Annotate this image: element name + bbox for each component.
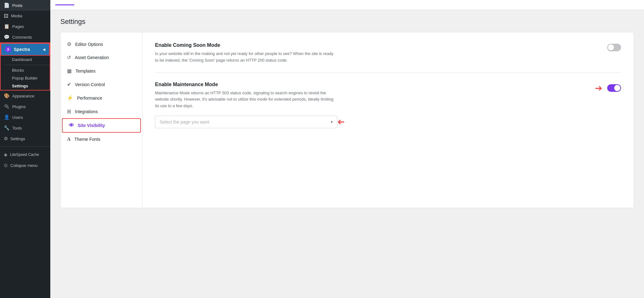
- nav-item-version-control[interactable]: ✔ Version Control: [61, 78, 142, 91]
- plugins-icon: 🔌: [4, 104, 10, 109]
- asset-generation-icon: ↺: [67, 55, 71, 60]
- theme-fonts-icon: A: [67, 136, 71, 142]
- arrow-right-indicator: ➔: [595, 83, 602, 93]
- content-area: Settings ⚙ Editor Options ↺ Asset Genera…: [50, 10, 644, 298]
- editor-options-icon: ⚙: [67, 41, 71, 47]
- version-control-icon: ✔: [67, 81, 71, 87]
- sidebar-item-users[interactable]: 👤 Users: [0, 112, 50, 123]
- sidebar-item-settings-wp[interactable]: ⚙ Settings: [0, 133, 50, 144]
- spectra-section: S Spectra ◀ Dashboard Blocks Popup Build…: [0, 42, 50, 91]
- sidebar-item-comments[interactable]: 💬 Comments: [0, 32, 50, 42]
- litespeed-icon: ◈: [4, 152, 8, 157]
- sidebar-item-popup-builder[interactable]: Popup Builder: [4, 74, 50, 82]
- tools-icon: 🔧: [4, 125, 10, 131]
- templates-icon: ▦: [67, 68, 72, 74]
- coming-soon-description: Is your website still in the making and …: [155, 51, 337, 64]
- main-content: Settings ⚙ Editor Options ↺ Asset Genera…: [50, 0, 644, 298]
- coming-soon-toggle[interactable]: [607, 44, 621, 51]
- maintenance-toggle[interactable]: [607, 84, 621, 92]
- page-select-dropdown[interactable]: Select the page you want ▾: [155, 116, 337, 128]
- page-select-wrap: Select the page you want ▾ ➔: [155, 116, 621, 128]
- accent-bar: [55, 4, 74, 5]
- nav-item-asset-generation[interactable]: ↺ Asset Generation: [61, 51, 142, 64]
- users-icon: 👤: [4, 114, 10, 120]
- maintenance-title: Enable Maintenance Mode: [155, 82, 585, 87]
- collapse-menu-button[interactable]: ⊙ Collapse menu: [0, 160, 50, 171]
- settings-card: ⚙ Editor Options ↺ Asset Generation ▦ Te…: [60, 32, 634, 208]
- settings-content-panel: Enable Coming Soon Mode Is your website …: [142, 32, 634, 208]
- settings-nav: ⚙ Editor Options ↺ Asset Generation ▦ Te…: [61, 32, 142, 208]
- pages-icon: 📋: [4, 24, 10, 29]
- comments-icon: 💬: [4, 34, 10, 40]
- performance-icon: ⚡: [67, 95, 73, 101]
- sidebar-item-plugins[interactable]: 🔌 Plugins: [0, 101, 50, 112]
- settings-wp-icon: ⚙: [4, 136, 8, 141]
- nav-item-performance[interactable]: ⚡ Performance: [61, 91, 142, 105]
- select-chevron-icon: ▾: [331, 120, 333, 124]
- sidebar-item-posts[interactable]: 📄 Posts: [0, 0, 50, 11]
- page-title: Settings: [60, 18, 634, 26]
- coming-soon-section: Enable Coming Soon Mode Is your website …: [155, 42, 621, 73]
- nav-item-integrations[interactable]: ⊞ Integrations: [61, 105, 142, 118]
- sidebar-item-dashboard[interactable]: Dashboard: [4, 56, 50, 63]
- maintenance-info: Enable Maintenance Mode Maintenance Mode…: [155, 82, 585, 109]
- nav-item-editor-options[interactable]: ⚙ Editor Options: [61, 37, 142, 51]
- coming-soon-row: Enable Coming Soon Mode Is your website …: [155, 42, 621, 64]
- maintenance-toggle-wrap: ➔: [591, 83, 621, 93]
- maintenance-section: Enable Maintenance Mode Maintenance Mode…: [155, 82, 621, 137]
- sidebar-item-litespeed[interactable]: ◈ LiteSpeed Cache: [0, 149, 50, 160]
- collapse-icon: ⊙: [4, 163, 8, 168]
- sidebar: 📄 Posts 🖼 Media 📋 Pages 💬 Comments S Spe…: [0, 0, 50, 298]
- top-bar: [50, 0, 644, 10]
- arrow-left-indicator: ➔: [337, 117, 345, 127]
- coming-soon-title: Enable Coming Soon Mode: [155, 42, 601, 48]
- sidebar-item-appearance[interactable]: 🎨 Appearance: [0, 91, 50, 101]
- sidebar-item-blocks[interactable]: Blocks: [4, 66, 50, 74]
- media-icon: 🖼: [4, 13, 8, 19]
- nav-item-theme-fonts[interactable]: A Theme Fonts: [61, 133, 142, 146]
- sidebar-item-tools[interactable]: 🔧 Tools: [0, 123, 50, 133]
- appearance-icon: 🎨: [4, 93, 10, 99]
- maintenance-row: Enable Maintenance Mode Maintenance Mode…: [155, 82, 621, 109]
- posts-icon: 📄: [4, 3, 10, 8]
- integrations-icon: ⊞: [67, 108, 71, 114]
- sidebar-item-media[interactable]: 🖼 Media: [0, 11, 50, 21]
- spectra-icon: S: [5, 46, 11, 52]
- sidebar-item-pages[interactable]: 📋 Pages: [0, 21, 50, 32]
- site-visibility-icon: 👁: [69, 123, 74, 128]
- coming-soon-info: Enable Coming Soon Mode Is your website …: [155, 42, 601, 64]
- spectra-submenu: Dashboard Blocks Popup Builder Settings: [1, 56, 50, 90]
- nav-item-site-visibility[interactable]: 👁 Site Visibility: [62, 118, 141, 133]
- sidebar-item-settings[interactable]: Settings: [4, 82, 50, 90]
- nav-item-templates[interactable]: ▦ Templates: [61, 64, 142, 78]
- coming-soon-toggle-wrap: [607, 44, 621, 51]
- maintenance-description: Maintenance Mode returns an HTTP 503 sta…: [155, 90, 337, 109]
- sidebar-item-spectra[interactable]: S Spectra ◀: [1, 43, 50, 56]
